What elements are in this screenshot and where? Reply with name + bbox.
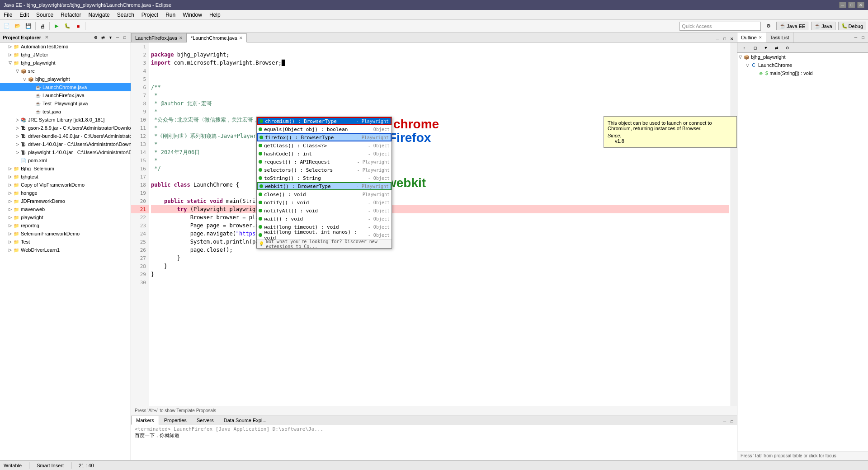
java-ee-perspective[interactable]: ☕ Java EE [776,22,808,30]
bottom-max-btn[interactable]: □ [729,418,735,425]
menu-project[interactable]: Project [138,11,162,19]
menu-search[interactable]: Search [113,11,138,19]
editor-close-btn[interactable]: ✕ [729,36,735,42]
tree-item-vip[interactable]: ▷ 📁 Copy of VipFrameworkDemo [0,181,131,189]
toggle[interactable]: ▷ [14,125,20,131]
toggle[interactable]: ▽ [7,60,13,66]
bottom-min-btn[interactable]: ─ [722,418,728,425]
maximize-btn[interactable]: □ [848,2,855,8]
run-btn[interactable]: ▶ [52,21,61,31]
tree-item-selenium-fw[interactable]: ▷ 📁 SeleniumFrameworkDemo [0,230,131,238]
menu-help[interactable]: Help [206,11,224,19]
tree-item-package-bjhg[interactable]: ▽ 📦 bjhg_playwright [0,75,131,83]
menu-window[interactable]: Window [179,11,206,19]
tree-item-playwright-jar[interactable]: ▷ 🗜 playwright-1.40.0.jar - C:\Users\Adm… [0,148,131,156]
toggle[interactable]: ▽ [737,54,743,60]
outline-hide-btn[interactable]: ◻ [750,43,760,53]
tree-item-test[interactable]: ▷ 📁 Test [0,238,131,246]
settings-btn[interactable]: ⚙ [764,21,774,31]
tab-launchchrome[interactable]: *LaunchChrome.java ✕ [187,33,247,42]
tree-item-reportng[interactable]: ▷ 📁 reportng [0,221,131,230]
menu-file[interactable]: File [0,11,16,19]
toggle[interactable]: ▷ [7,207,13,212]
tree-item-testjava[interactable]: ☕ test.java [0,108,131,116]
toggle[interactable]: ▽ [14,68,20,74]
menu-run[interactable]: Run [162,11,179,19]
outline-item-bjhg[interactable]: ▽ 📦 bjhg_playwright [737,53,868,61]
outline-item-main[interactable]: ⊕ $ main(String[]) : void [737,69,868,77]
tab-outline[interactable]: Outline ✕ [737,33,766,42]
menu-refactor[interactable]: Refactor [57,11,85,19]
toggle[interactable]: ▷ [7,239,13,244]
open-btn[interactable]: 📂 [13,21,23,31]
close-btn[interactable]: ✕ [857,2,864,8]
tree-item-hongge[interactable]: ▷ 📁 hongge [0,189,131,197]
menu-edit[interactable]: Edit [16,11,33,19]
tab-datasource[interactable]: Data Source Expl... [219,416,272,425]
tab-markers[interactable]: Markers [131,416,159,425]
ac-item-getclass[interactable]: getClass() : Class<?> - Object [257,141,392,150]
tab-launchfirefox[interactable]: LaunchFirefox.java ✕ [131,33,187,42]
minimize-btn[interactable]: ─ [839,2,846,8]
java-perspective[interactable]: ☕ Java [811,22,835,30]
outline-sort-btn[interactable]: ↕ [739,43,749,53]
outline-close-btn[interactable]: ✕ [759,35,762,40]
print-btn[interactable]: 🖨 [38,21,47,31]
ac-item-notifyall[interactable]: notifyAll() : void - Object [257,207,392,215]
ac-item-chromium[interactable]: chromium() : BrowserType - Playwright [257,117,392,125]
code-editor[interactable]: package bjhg_playwright; import com.micr… [149,42,731,415]
autocomplete-popup[interactable]: chromium() : BrowserType - Playwright eq… [256,117,392,249]
toggle[interactable]: ▽ [22,76,27,82]
tree-item-webdriver[interactable]: ▷ 📁 WebDriverLearn1 [0,246,131,254]
tree-item-gson[interactable]: ▷ 🗜 gson-2.8.9.jar - C:\Users\Administra… [0,124,131,132]
save-btn[interactable]: 💾 [24,21,33,31]
toggle[interactable]: ▷ [7,166,13,171]
ac-item-wait-long-nanos[interactable]: wait(long timeout, int nanos) : void - O… [257,231,392,239]
toggle[interactable]: ▷ [7,231,13,236]
ac-item-wait[interactable]: wait() : void - Object [257,215,392,223]
view-menu-btn[interactable]: ▾ [107,34,113,41]
debug-perspective[interactable]: 🐛 Debug [838,22,866,30]
quick-access-input[interactable]: Quick Access [679,22,761,31]
tree-item-automationtestdemo[interactable]: ▷ 📁 AutomationTestDemo [0,42,131,51]
minimize-panel-btn[interactable]: ─ [114,34,121,41]
toggle[interactable]: ▷ [7,198,13,204]
toggle[interactable]: ▷ [14,133,20,139]
outline-filter-btn[interactable]: ▼ [761,43,771,53]
outline-collapse-btn[interactable]: ⊖ [783,43,793,53]
tree-item-jd[interactable]: ▷ 📁 JDFrameworkDemo [0,197,131,205]
toggle[interactable]: ▷ [14,141,20,147]
tree-item-driver-bundle[interactable]: ▷ 🗜 driver-bundle-1.40.0.jar - C:\Users\… [0,132,131,140]
ac-item-notify[interactable]: notify() : void - Object [257,198,392,207]
outline-sync-btn[interactable]: ⇄ [772,43,782,53]
toggle[interactable]: ▷ [7,44,13,49]
toggle[interactable]: ▷ [7,223,13,228]
tree-item-bjhgtest[interactable]: ▷ 📁 bjhgtest [0,173,131,181]
tree-item-src[interactable]: ▽ 📦 src [0,67,131,75]
editor-max-btn[interactable]: □ [722,36,728,42]
stop-btn[interactable]: ■ [73,21,83,31]
toggle[interactable]: ▽ [745,62,750,68]
collapse-all-btn[interactable]: ⊖ [93,34,99,41]
toggle[interactable]: ▷ [7,247,13,253]
menu-source[interactable]: Source [33,11,57,19]
toggle[interactable]: ▷ [7,52,13,57]
editor-min-btn[interactable]: ─ [714,36,721,42]
toggle[interactable]: ▷ [7,215,13,220]
outline-max-btn[interactable]: □ [860,34,866,41]
tree-item-selenium[interactable]: ▷ 📁 Bjhg_Selenium [0,164,131,173]
tree-item-driver[interactable]: ▷ 🗜 driver-1.40.0.jar - C:\Users\Adminis… [0,140,131,148]
maximize-panel-btn[interactable]: □ [122,34,128,41]
tree-item-playwright[interactable]: ▷ 📁 playwright [0,213,131,221]
outline-min-btn[interactable]: ─ [853,34,859,41]
tab-close-btn[interactable]: ✕ [179,36,183,40]
link-editor-btn[interactable]: ⇄ [100,34,106,41]
window-controls[interactable]: ─ □ ✕ [839,2,864,8]
menu-navigate[interactable]: Navigate [85,11,113,19]
tree-item-pom[interactable]: 📄 pom.xml [0,156,131,164]
ac-item-request[interactable]: request() : APIRequest - Playwright [257,158,392,166]
outline-item-launchchrome[interactable]: ▽ C LaunchChrome [737,61,868,69]
ac-item-close[interactable]: close() : void - Playwright [257,190,392,198]
tree-item-mavenweb[interactable]: ▷ 📁 mavenweb [0,205,131,213]
debug-btn[interactable]: 🐛 [62,21,72,31]
